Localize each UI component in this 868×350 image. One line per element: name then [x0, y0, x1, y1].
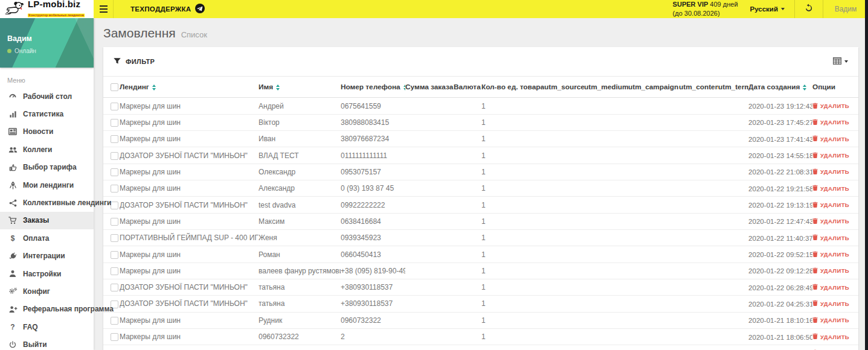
column-header-0[interactable]: Лендинг [120, 77, 259, 98]
trash-icon [812, 267, 818, 275]
cell-currency [454, 345, 481, 350]
logo[interactable]: LP-mobi.biz Конструктор мобильных лендин… [0, 0, 94, 18]
cell-utm_campaign [628, 262, 679, 279]
delete-button[interactable]: УДАЛИТЬ [812, 185, 849, 192]
delete-button[interactable]: УДАЛИТЬ [812, 152, 849, 159]
row-checkbox[interactable] [111, 317, 118, 325]
trash-icon [812, 152, 818, 159]
sidebar-item-1[interactable]: Статистика [0, 105, 94, 122]
sidebar: Вадим Онлайн Меню Рабочий столСтатистика… [0, 18, 94, 350]
delete-button[interactable]: УДАЛИТЬ [812, 103, 849, 110]
cell-utm_source [544, 230, 584, 246]
sidebar-item-14[interactable]: Выйти [0, 336, 94, 350]
cell-utm_campaign [628, 328, 679, 345]
cell-utm_term [718, 164, 748, 180]
cell-currency [454, 328, 481, 345]
row-checkbox[interactable] [111, 152, 118, 160]
delete-button[interactable]: УДАЛИТЬ [812, 202, 849, 209]
row-checkbox[interactable] [111, 218, 118, 226]
cell-landing: Маркеры для шин [120, 345, 259, 350]
row-checkbox[interactable] [111, 135, 118, 143]
cell-phone: 2 [341, 328, 405, 345]
cell-utm_content [679, 345, 718, 350]
cell-utm_source [544, 98, 584, 114]
cell-utm_content [679, 98, 718, 114]
delete-button[interactable]: УДАЛИТЬ [812, 234, 849, 241]
cell-sum [405, 312, 454, 328]
sidebar-item-9[interactable]: Интеграции [0, 247, 94, 265]
cell-utm_term [718, 114, 748, 130]
refresh-button[interactable] [795, 0, 823, 18]
delete-button[interactable]: УДАЛИТЬ [812, 300, 849, 307]
filter-button[interactable]: ФИЛЬТР [114, 58, 155, 66]
select-all-checkbox[interactable] [111, 83, 118, 91]
cell-utm_source [544, 279, 584, 296]
sidebar-item-8[interactable]: $Оплата [0, 229, 94, 247]
sidebar-item-4[interactable]: Выбор тарифа [0, 159, 94, 176]
row-checkbox[interactable] [111, 168, 118, 176]
column-header-10: utm_term [718, 77, 748, 98]
column-header-2[interactable]: Номер телефона [341, 77, 405, 98]
delete-button[interactable]: УДАЛИТЬ [812, 119, 849, 126]
cell-utm_campaign [628, 296, 679, 312]
cell-phone: 0953075157 [341, 164, 405, 180]
cell-utm_term [718, 262, 748, 279]
delete-button[interactable]: УДАЛИТЬ [812, 218, 849, 225]
cell-name: 0960732322 [259, 328, 341, 345]
orders-table: ЛендингИмяНомер телефонаСумма заказаВалю… [103, 76, 858, 350]
row-checkbox[interactable] [111, 284, 118, 291]
row-checkbox[interactable] [111, 185, 118, 192]
row-checkbox[interactable] [111, 234, 118, 242]
delete-button[interactable]: УДАЛИТЬ [812, 284, 849, 291]
delete-button[interactable]: УДАЛИТЬ [812, 333, 849, 340]
row-checkbox[interactable] [111, 103, 118, 110]
sidebar-item-5[interactable]: Мои лендинги [0, 176, 94, 194]
sidebar-item-3[interactable]: Коллеги [0, 141, 94, 158]
sidebar-item-11[interactable]: Конфиг [0, 282, 94, 300]
sidebar-item-6[interactable]: Коллективные лендинги [0, 194, 94, 211]
cell-options: УДАЛИТЬ [812, 262, 858, 279]
language-selector[interactable]: Русский [750, 0, 785, 18]
sidebar-item-label: Выбор тарифа [23, 163, 77, 171]
sidebar-item-2[interactable]: Новости [0, 123, 94, 141]
cell-utm_campaign [628, 197, 679, 213]
delete-button[interactable]: УДАЛИТЬ [812, 317, 849, 324]
cell-utm_source [544, 147, 584, 164]
row-checkbox[interactable] [111, 333, 118, 341]
column-header-11[interactable]: Дата создания [748, 77, 812, 98]
cell-phone: 0675641559 [341, 98, 405, 114]
window-scrollbar[interactable] [865, 0, 868, 350]
cell-options: УДАЛИТЬ [812, 98, 858, 114]
cell-phone: 380976687234 [341, 131, 405, 147]
sidebar-item-0[interactable]: Рабочий стол [0, 88, 94, 105]
columns-button[interactable] [833, 56, 848, 67]
column-header-12: Опции [812, 77, 858, 98]
cell-currency [454, 114, 481, 130]
row-checkbox[interactable] [111, 119, 118, 127]
cell-name: валеев фанур рустямович [259, 262, 341, 279]
delete-button[interactable]: УДАЛИТЬ [812, 168, 849, 176]
cell-phone: 380988083415 [341, 114, 405, 130]
sidebar-item-13[interactable]: ?FAQ [0, 318, 94, 336]
delete-button[interactable]: УДАЛИТЬ [812, 251, 849, 258]
sidebar-item-7[interactable]: Заказы [0, 212, 94, 229]
sidebar-item-10[interactable]: Настройки [0, 265, 94, 282]
row-checkbox[interactable] [111, 202, 118, 209]
cell-currency [454, 147, 481, 164]
cell-currency [454, 164, 481, 180]
menu-toggle-button[interactable] [94, 0, 114, 18]
row-checkbox[interactable] [111, 251, 118, 259]
column-header-1[interactable]: Имя [259, 77, 341, 98]
row-checkbox[interactable] [111, 267, 118, 275]
cell-utm_term [718, 312, 748, 328]
topbar-username[interactable]: Вадим [823, 0, 868, 18]
delete-button[interactable]: УДАЛИТЬ [812, 135, 849, 142]
cell-currency [454, 98, 481, 114]
trash-icon [812, 103, 818, 110]
support-button[interactable]: ТЕХПОДДЕРЖКА [114, 0, 216, 18]
delete-button[interactable]: УДАЛИТЬ [812, 267, 849, 275]
sidebar-item-12[interactable]: Реферальная программа [0, 301, 94, 318]
cell-currency [454, 197, 481, 213]
trash-icon [812, 300, 818, 307]
trash-icon [812, 202, 818, 209]
